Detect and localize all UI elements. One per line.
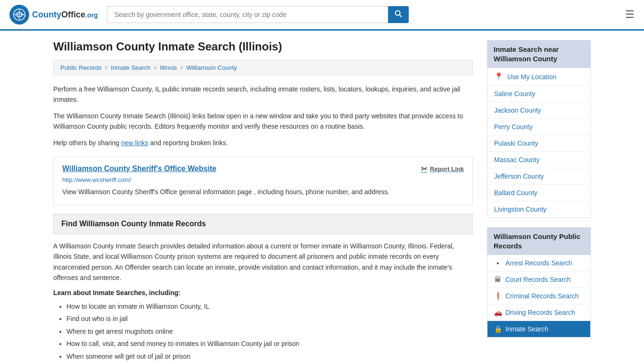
use-my-location-link[interactable]: Use My Location [507, 73, 556, 81]
sidebar-county-massac[interactable]: Massac County [487, 152, 590, 168]
sidebar-inmate-title: Inmate Search near Williamson County [487, 40, 591, 68]
bullet-list: How to locate an inmate in Williamson Co… [66, 300, 473, 362]
breadcrumb-williamson-county[interactable]: Williamson County [186, 64, 237, 71]
logo-icon [9, 5, 29, 25]
main-content: Williamson County Inmate Search (Illinoi… [53, 40, 473, 362]
learn-label: Learn about Inmate Searches, including: [53, 289, 473, 296]
sidebar-county-livingston[interactable]: Livingston County [487, 201, 590, 217]
link-description: View Williamson County Sheriff's Office … [62, 187, 464, 197]
search-form [107, 6, 409, 23]
breadcrumb: Public Records > Inmate Search > Illinoi… [53, 60, 473, 75]
sidebar-court-records[interactable]: 🏛 Court Records Search [487, 272, 590, 288]
sheriff-website-link[interactable]: Williamson County Sheriff's Office Websi… [62, 165, 216, 173]
find-section-body: A Williamson County Inmate Search provid… [53, 241, 473, 283]
arrest-icon: ▪ [494, 259, 502, 267]
list-item: Where to get arrest mugshots online [66, 325, 473, 338]
breadcrumb-illinois[interactable]: Illinois [160, 64, 177, 71]
site-header: CountyOffice.org ☰ [0, 0, 644, 31]
sidebar-records-list: ▪ Arrest Records Search 🏛 Court Records … [487, 255, 591, 337]
new-links-link[interactable]: new links [121, 139, 149, 147]
breadcrumb-sep-1: > [104, 64, 108, 71]
menu-button[interactable]: ☰ [625, 8, 635, 21]
sidebar-county-jefferson[interactable]: Jefferson County [487, 168, 590, 185]
page-container: Williamson County Inmate Search (Illinoi… [44, 31, 600, 362]
sidebar-inmate-list: 📍 Use My Location Saline County Jackson … [487, 68, 591, 218]
description-1: Perform a free Williamson County, IL pub… [53, 84, 473, 105]
sidebar-driving-records[interactable]: 🚗 Driving Records Search [487, 304, 590, 321]
sidebar-county-pulaski[interactable]: Pulaski County [487, 135, 590, 152]
breadcrumb-inmate-search[interactable]: Inmate Search [111, 64, 151, 71]
use-my-location-item[interactable]: 📍 Use My Location [487, 68, 590, 86]
sidebar: Inmate Search near Williamson County 📍 U… [487, 40, 591, 362]
sidebar-county-perry[interactable]: Perry County [487, 119, 590, 135]
sidebar-arrest-records[interactable]: ▪ Arrest Records Search [487, 255, 590, 272]
list-item: How to locate an inmate in Williamson Co… [66, 300, 473, 313]
search-button[interactable] [388, 6, 409, 23]
report-link-label: Report Link [430, 165, 464, 173]
sidebar-records-section: Williamson County Public Records ▪ Arres… [487, 227, 591, 337]
list-item: Find out who is in jail [66, 313, 473, 325]
report-icon: ✂ [421, 165, 427, 173]
sidebar-inmate-section: Inmate Search near Williamson County 📍 U… [487, 40, 591, 218]
find-section-title: Find Williamson County Inmate Records [61, 220, 206, 228]
svg-line-6 [400, 15, 402, 17]
description-3: Help others by sharing new links and rep… [53, 138, 473, 148]
sidebar-county-jackson[interactable]: Jackson County [487, 102, 590, 119]
criminal-icon: ❗ [494, 292, 502, 300]
breadcrumb-sep-2: > [154, 64, 157, 71]
report-link-button[interactable]: ✂ Report Link [421, 165, 464, 173]
link-url[interactable]: http://www.wcsheriff.com/ [62, 176, 464, 183]
sidebar-inmate-search[interactable]: 🔒 Inmate Search [487, 321, 590, 337]
court-icon: 🏛 [494, 276, 502, 283]
search-input[interactable] [107, 6, 388, 23]
link-card: Williamson County Sheriff's Office Websi… [53, 156, 473, 205]
description-2: The Williamson County Inmate Search (Ill… [53, 111, 473, 132]
page-title: Williamson County Inmate Search (Illinoi… [53, 40, 473, 53]
logo[interactable]: CountyOffice.org [9, 5, 98, 25]
location-icon: 📍 [494, 72, 504, 81]
inmate-icon: 🔒 [494, 325, 502, 333]
sidebar-county-saline[interactable]: Saline County [487, 86, 590, 102]
list-item: How to call, visit, and send money to in… [66, 337, 473, 350]
list-item: When someone will get out of jail or pri… [66, 350, 473, 362]
sidebar-records-title: Williamson County Public Records [487, 227, 591, 255]
link-card-header: Williamson County Sheriff's Office Websi… [62, 165, 464, 173]
driving-icon: 🚗 [494, 309, 502, 316]
svg-point-5 [396, 11, 400, 16]
sidebar-criminal-records[interactable]: ❗ Criminal Records Search [487, 288, 590, 304]
sidebar-county-ballard[interactable]: Ballard County [487, 185, 590, 201]
find-section-header: Find Williamson County Inmate Records [53, 214, 473, 234]
breadcrumb-public-records[interactable]: Public Records [60, 64, 101, 71]
breadcrumb-sep-3: > [180, 64, 183, 71]
logo-text: CountyOffice.org [32, 10, 98, 20]
